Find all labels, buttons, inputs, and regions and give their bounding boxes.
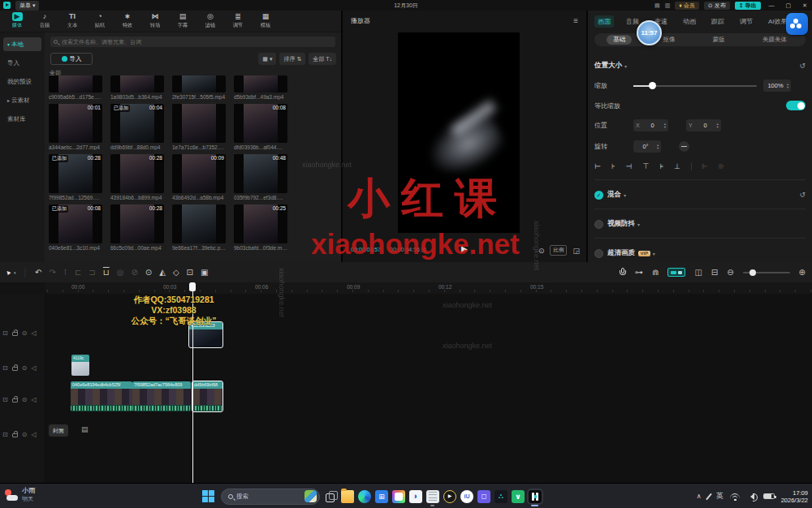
import-button[interactable]: 导入 xyxy=(50,53,93,65)
eye-icon[interactable]: ⊙ xyxy=(22,329,28,337)
tab-filters[interactable]: ◎ 滤镜 xyxy=(197,11,224,32)
timeline-zoom-slider[interactable] xyxy=(743,272,790,273)
insp-tab-adjust[interactable]: 调节 xyxy=(736,15,756,28)
subtab-beauty[interactable]: 美颜美体 xyxy=(756,35,793,45)
track-type-icon[interactable]: ⊡ xyxy=(2,329,8,337)
delete-left-icon[interactable]: ⊏ xyxy=(75,268,81,277)
zoom-slider-knob[interactable] xyxy=(749,269,756,276)
lock-icon[interactable] xyxy=(12,367,18,371)
insp-tab-video[interactable]: 画面 xyxy=(594,15,614,28)
chat-app-icon[interactable]: ◻ xyxy=(477,490,490,503)
playhead-handle[interactable] xyxy=(189,282,196,291)
media-item[interactable]: 已添加 00:28 7f99852ad...12569.mp4 xyxy=(49,154,102,200)
player-menu-icon[interactable]: ≡ xyxy=(573,11,578,32)
sidebar-import[interactable]: 导入 xyxy=(3,56,41,70)
video-preview[interactable] xyxy=(398,32,520,233)
speaker-icon[interactable]: ◁ xyxy=(31,431,36,438)
wifi-icon[interactable] xyxy=(730,493,741,501)
eye-icon[interactable]: ⊙ xyxy=(22,431,28,438)
caret-icon[interactable]: ▾ xyxy=(637,222,640,227)
battery-icon[interactable] xyxy=(763,493,775,499)
sidebar-cloud[interactable]: ▸云素材 xyxy=(3,93,41,107)
publish-button[interactable]: ⊙ 发布 xyxy=(704,2,730,10)
scale-slider[interactable] xyxy=(633,85,757,87)
video-app-icon[interactable]: ∨ xyxy=(512,490,525,503)
speaker-icon[interactable]: ◁ xyxy=(31,364,36,372)
reset-icon[interactable]: ↺ xyxy=(799,62,806,70)
media-item[interactable]: 00:09 43b6492d...a58b.mp4 xyxy=(172,154,226,200)
main-track-clip[interactable]: 040e6e8194edb4cb525f xyxy=(71,381,132,411)
align-left-icon[interactable]: ⊢ xyxy=(594,162,601,170)
layout-icon[interactable]: ▤ xyxy=(654,2,660,9)
linkage-toggle[interactable] xyxy=(667,268,685,277)
media-item[interactable]: 9e66ea17f...39ebc.png xyxy=(172,204,226,251)
fullscreen-icon[interactable]: ◲ xyxy=(572,247,580,255)
clock-widget[interactable]: 11:57 xyxy=(637,20,662,45)
photos-app-icon[interactable] xyxy=(392,490,405,503)
tab-transition[interactable]: ⋈ 转场 xyxy=(141,11,169,32)
mask-icon[interactable]: ◇ xyxy=(173,268,179,277)
slider-knob[interactable] xyxy=(649,82,656,89)
timeline-ruler[interactable]: 00:00 00:03 00:06 00:09 00:12 00:15 xyxy=(45,282,812,294)
cover-button[interactable]: 封面 xyxy=(49,424,68,437)
tab-sticker[interactable]: ◔ 贴纸 xyxy=(86,11,114,32)
audio-separate-icon[interactable]: ⊘ xyxy=(131,268,137,277)
matting-icon[interactable]: ▣ xyxy=(201,268,208,277)
speaker-icon[interactable]: ◁ xyxy=(31,396,36,403)
media-item[interactable]: 00:28 66c5c09d...00ae.mp4 xyxy=(110,204,164,251)
tab-text[interactable]: TI 文本 xyxy=(58,11,86,32)
file-explorer-icon[interactable] xyxy=(341,490,354,503)
reverse-icon[interactable]: ⊙ xyxy=(145,268,152,277)
media-item[interactable]: 00:28 439184b6...b899.mp4 xyxy=(110,154,164,200)
align-right-icon[interactable]: ⊣ xyxy=(626,162,633,170)
media-item[interactable]: 00:08 dfd03936b...af044.mp4 xyxy=(234,104,287,150)
delete-icon[interactable]: ⊔ xyxy=(103,268,110,277)
media-item[interactable]: 2fe30715f...505f5.mp4 xyxy=(172,75,226,100)
stabilize-checkbox[interactable] xyxy=(594,220,603,229)
reset-icon[interactable]: ↺ xyxy=(799,191,806,199)
scale-value-box[interactable]: 100% ▴▾ xyxy=(763,80,791,92)
media-item[interactable]: 00:48 035f9b792...ef3d8.mp4 xyxy=(234,154,287,200)
step-down-icon[interactable]: ▾ xyxy=(657,147,659,150)
export-button[interactable]: ↥ 导出 xyxy=(735,2,761,10)
filmstrip-icon[interactable]: ▤ xyxy=(81,425,89,433)
media-item[interactable]: 00:25 9b03cbafd...0f3de.mp4 xyxy=(234,204,287,251)
distribute-h-icon[interactable]: ⊩ xyxy=(691,162,708,170)
tab-templates[interactable]: ▦ 模板 xyxy=(252,11,279,32)
lock-icon[interactable] xyxy=(12,433,18,437)
subtab-basic[interactable]: 基础 xyxy=(607,35,632,45)
sidebar-presets[interactable]: 我的预设 xyxy=(3,75,41,88)
caret-icon[interactable]: ▾ xyxy=(624,63,627,69)
minimize-button[interactable]: — xyxy=(766,2,778,8)
magnet-icon[interactable]: ⋒ xyxy=(652,268,659,277)
floating-app-icon[interactable] xyxy=(786,13,808,35)
track-type-icon[interactable]: ⊡ xyxy=(2,396,8,403)
record-audio-icon[interactable] xyxy=(620,268,626,278)
position-x-box[interactable]: X 0 ▴▾ xyxy=(633,119,668,131)
track-type-icon[interactable]: ⊡ xyxy=(2,364,8,372)
crop-icon[interactable]: ⊡ xyxy=(187,268,193,277)
vip-button[interactable]: ♦ 会员 xyxy=(675,2,699,10)
track-height-icon[interactable]: ⊟ xyxy=(711,268,718,277)
zoom-in-icon[interactable]: ⊕ xyxy=(799,268,806,277)
select-tool-icon[interactable]: ▲ xyxy=(3,268,13,278)
uniform-scale-toggle[interactable] xyxy=(786,101,806,110)
rotate-dial[interactable] xyxy=(679,141,689,152)
media-item[interactable]: 1e7a71c6e...b7352.png xyxy=(172,104,226,150)
overlay-clip[interactable]: 4119c xyxy=(71,355,89,376)
weather-widget[interactable]: 小雨 明天 xyxy=(4,487,35,503)
filter-button[interactable]: 全部 T↓ xyxy=(309,53,336,65)
caret-icon[interactable]: ▾ xyxy=(624,192,626,198)
maximize-button[interactable]: ▢ xyxy=(783,2,795,9)
layout-alt-icon[interactable]: ▥ xyxy=(665,2,671,9)
toolbar-divider[interactable]: │ xyxy=(23,269,28,277)
rotate-value-box[interactable]: 0° ▴▾ xyxy=(633,140,661,153)
hd-checkbox[interactable] xyxy=(594,249,603,258)
redo-icon[interactable]: ↷ xyxy=(49,268,55,277)
select-tool-caret[interactable]: ▾ xyxy=(14,270,16,275)
sidebar-library[interactable]: 素材库 xyxy=(3,112,41,126)
eye-icon[interactable]: ⊙ xyxy=(22,364,28,372)
track-type-icon[interactable]: ⊡ xyxy=(2,431,8,438)
lock-icon[interactable] xyxy=(12,398,18,403)
tab-audio[interactable]: ♪ 音频 xyxy=(31,11,58,32)
